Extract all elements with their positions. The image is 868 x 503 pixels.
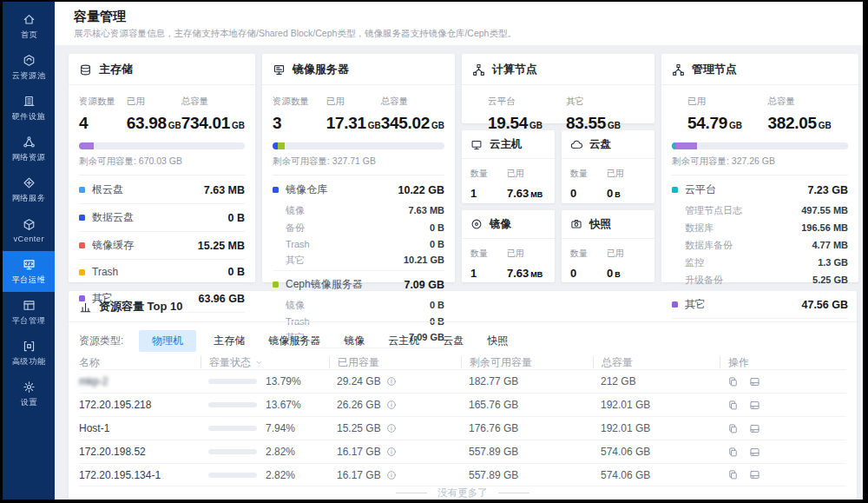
capacity-percent: 13.67% bbox=[266, 399, 301, 411]
drive-icon[interactable] bbox=[749, 423, 760, 434]
stat-label: 数量 bbox=[470, 248, 507, 260]
sidebar-item-network-resource[interactable]: 网络资源 bbox=[3, 129, 55, 169]
legend-subvalue: 4.77 MB bbox=[812, 240, 848, 250]
info-icon[interactable] bbox=[386, 447, 397, 457]
card-title: 镜像 bbox=[490, 217, 511, 232]
sidebar-item-platform-ops[interactable]: 平台运维 bbox=[3, 251, 55, 292]
capacity-percent: 2.82% bbox=[266, 469, 295, 481]
info-icon[interactable] bbox=[386, 423, 397, 434]
stat-数量: 数量1 bbox=[470, 248, 507, 281]
legend-value: 7.63 MB bbox=[204, 184, 245, 196]
tab-云主机[interactable]: 云主机 bbox=[388, 330, 419, 352]
capacity-bar bbox=[208, 402, 257, 407]
caret-down-icon[interactable] bbox=[254, 358, 264, 367]
card-compute-node: 计算节点 云平台19.54GB其它83.55GB bbox=[462, 54, 654, 123]
stat-unit: GB bbox=[608, 121, 621, 130]
tab-镜像[interactable]: 镜像 bbox=[344, 330, 365, 352]
column-header-容量状态[interactable]: 容量状态 bbox=[201, 356, 329, 368]
row-actions bbox=[720, 423, 846, 434]
card-image-header: 镜像 bbox=[462, 210, 555, 239]
legend-value: 0 B bbox=[228, 212, 245, 224]
copy-icon[interactable] bbox=[727, 447, 739, 458]
resource-type-filter: 资源类型: 物理机主存储镜像服务器镜像云主机云盘快照 bbox=[69, 322, 857, 355]
legend-row-left: 云平台 bbox=[672, 182, 716, 197]
legend-color-dot bbox=[79, 187, 85, 193]
tab-物理机[interactable]: 物理机 bbox=[139, 330, 196, 352]
sidebar-item-platform-admin[interactable]: 平台管理 bbox=[3, 292, 55, 333]
sidebar-item-network-service[interactable]: 网络服务 bbox=[3, 169, 55, 210]
copy-icon[interactable] bbox=[727, 376, 739, 387]
drive-icon[interactable] bbox=[749, 469, 760, 480]
column-header-label: 剩余可用容量 bbox=[470, 355, 532, 370]
legend-value: 0 B bbox=[228, 266, 245, 278]
compute-column: 计算节点 云平台19.54GB其它83.55GB 云主机数量1已用7.63MB云… bbox=[462, 54, 654, 282]
sidebar-item-cloud-pool[interactable]: 云资源池 bbox=[3, 47, 55, 88]
no-more-text: 没有更多了 bbox=[437, 486, 488, 500]
legend-subrow: 镜像7.63 MB bbox=[273, 202, 444, 219]
stat-value: 7.63MB bbox=[507, 185, 542, 201]
card-image-stats: 数量1已用7.63MB bbox=[462, 239, 555, 281]
nodes-icon bbox=[672, 63, 685, 76]
info-icon[interactable] bbox=[386, 400, 397, 410]
sidebar-item-settings[interactable]: 设置 bbox=[3, 374, 55, 414]
tab-快照[interactable]: 快照 bbox=[487, 330, 508, 352]
legend-subrow: 管理节点日志497.55 MB bbox=[672, 202, 848, 219]
legend-sublabel: 监控 bbox=[685, 256, 704, 269]
stat-unit: GB bbox=[232, 121, 245, 130]
row-free-capacity: 176.76 GB bbox=[461, 422, 593, 434]
legend-subrow: 监控1.3 GB bbox=[672, 254, 848, 271]
stat-已用: 已用7.63MB bbox=[507, 168, 542, 201]
footer-line bbox=[396, 493, 427, 493]
card-title: 镜像服务器 bbox=[293, 62, 349, 77]
drive-icon[interactable] bbox=[749, 447, 760, 458]
stat-value: 63.98GB bbox=[127, 114, 181, 133]
legend-group: 镜像缓存15.25 MB bbox=[79, 232, 245, 260]
row-name: 172.20.198.52 bbox=[79, 446, 201, 458]
row-total-capacity: 574.06 GB bbox=[593, 469, 720, 481]
copy-icon[interactable] bbox=[727, 423, 739, 434]
stat-已用: 已用0B bbox=[607, 168, 624, 201]
capacity-bar bbox=[208, 473, 257, 478]
drive-icon[interactable] bbox=[749, 400, 760, 411]
legend-sublabel: 数据库 bbox=[685, 222, 713, 235]
stat-unit: GB bbox=[819, 121, 832, 130]
row-actions bbox=[720, 400, 846, 411]
sidebar-item-label: 首页 bbox=[20, 29, 36, 40]
stat-value: 17.31GB bbox=[326, 114, 381, 133]
sidebar-item-home[interactable]: 首页 bbox=[3, 6, 55, 47]
info-icon[interactable] bbox=[386, 376, 397, 387]
stat-总容量: 总容量345.02GB bbox=[381, 96, 444, 133]
tab-镜像服务器[interactable]: 镜像服务器 bbox=[268, 330, 320, 352]
sidebar-item-vcenter[interactable]: vCenter bbox=[3, 210, 55, 251]
sidebar-item-label: 高级功能 bbox=[12, 355, 46, 367]
stat-value: 734.01GB bbox=[181, 114, 245, 133]
legend-sublabel: 备份 bbox=[286, 222, 305, 235]
info-icon[interactable] bbox=[386, 470, 397, 480]
tab-主存储[interactable]: 主存储 bbox=[214, 330, 245, 352]
legend-sublabel: Trash bbox=[286, 239, 310, 249]
sidebar-item-hardware[interactable]: 硬件设施 bbox=[3, 88, 55, 129]
sidebar-item-advanced[interactable]: 高级功能 bbox=[3, 333, 55, 374]
card-title: 管理节点 bbox=[692, 62, 737, 77]
copy-icon[interactable] bbox=[727, 469, 739, 480]
row-capacity-status: 7.94% bbox=[201, 422, 329, 434]
card-title: 云主机 bbox=[490, 137, 523, 152]
usage-progressbar bbox=[672, 142, 848, 149]
capacity-bar bbox=[208, 426, 257, 431]
remaining-capacity: 剩余可用容量: 327.71 GB bbox=[262, 149, 455, 173]
tab-云盘[interactable]: 云盘 bbox=[443, 330, 464, 352]
copy-icon[interactable] bbox=[727, 400, 739, 411]
row-used-capacity: 15.25 GB bbox=[329, 422, 461, 434]
legend-subvalue: 196.56 MB bbox=[801, 222, 848, 233]
filter-label: 资源类型: bbox=[79, 334, 123, 348]
stat-label: 数量 bbox=[570, 168, 607, 180]
stat-number: 83.55 bbox=[566, 114, 606, 132]
stat-数量: 数量0 bbox=[570, 168, 607, 201]
stat-unit: GB bbox=[431, 121, 444, 130]
drive-icon[interactable] bbox=[749, 376, 760, 387]
stat-unit: GB bbox=[168, 121, 181, 130]
legend-sublabel: 镜像 bbox=[286, 204, 305, 217]
capacity-bar bbox=[208, 379, 257, 384]
row-actions bbox=[720, 469, 846, 480]
stat-unit: B bbox=[615, 190, 621, 199]
